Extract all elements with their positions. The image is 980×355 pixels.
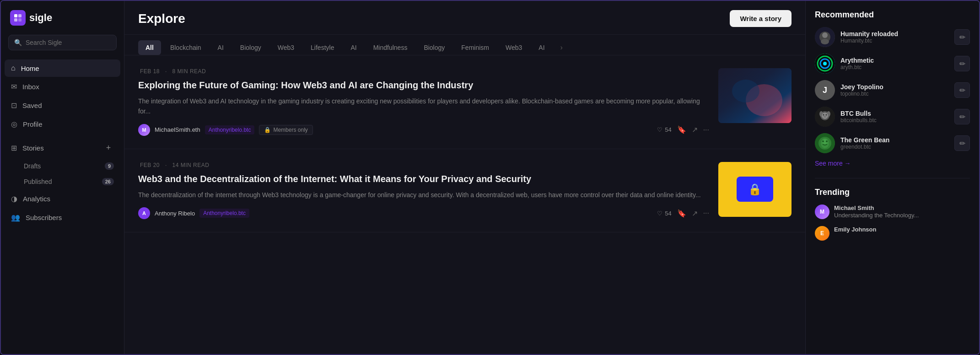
tab-ai-1[interactable]: AI <box>210 40 231 55</box>
like-count: 54 <box>665 126 671 133</box>
svg-rect-0 <box>14 14 17 17</box>
follow-button[interactable]: ✏ <box>954 29 970 45</box>
sidebar-item-saved[interactable]: ⊡ Saved <box>5 97 120 114</box>
share-icon[interactable]: ↗ <box>692 209 698 218</box>
article-actions: ♡ 54 🔖 ↗ ··· <box>657 125 709 134</box>
sidebar-item-subscribers[interactable]: 👥 Subscribers <box>5 209 120 226</box>
svg-point-27 <box>822 140 824 142</box>
author-name[interactable]: Anthony Ribelo <box>155 210 195 217</box>
sidebar-item-analytics[interactable]: ◑ Analytics <box>5 190 120 208</box>
svg-point-9 <box>822 32 828 38</box>
rec-name: Humanity reloaded <box>840 30 949 38</box>
search-input[interactable] <box>26 39 111 46</box>
page-title: Explore <box>138 11 185 26</box>
trending-article-title[interactable]: Understanding the Technology... <box>834 211 970 220</box>
rec-handle: aryth.btc <box>840 64 949 70</box>
follow-button[interactable]: ✏ <box>954 135 970 151</box>
article-meta: FEB 18 · 8 MIN READ <box>138 68 709 75</box>
article-footer: M MichaelSmith.eth Anthonyribelo.btc 🔒 M… <box>138 124 709 136</box>
phone-lock-icon: 🔒 <box>737 177 773 202</box>
follow-button[interactable]: ✏ <box>954 109 970 124</box>
tabs-chevron-icon[interactable]: › <box>558 41 565 54</box>
search-box[interactable]: 🔍 <box>8 35 117 50</box>
author-handle[interactable]: Anthonyribelo.btc <box>199 209 249 218</box>
recommended-item: Arythmetic aryth.btc ✏ <box>815 54 970 74</box>
more-options-icon[interactable]: ··· <box>703 126 709 134</box>
svg-point-21 <box>826 114 827 116</box>
divider <box>815 178 970 178</box>
sidebar-item-drafts[interactable]: Drafts 9 <box>17 159 120 173</box>
sidebar-item-published[interactable]: Published 26 <box>17 174 120 189</box>
article-card: FEB 20 · 14 MIN READ Web3 and the Decent… <box>124 149 805 232</box>
drafts-label: Drafts <box>24 162 101 170</box>
bookmark-icon[interactable]: 🔖 <box>677 125 686 134</box>
follow-button[interactable]: ✏ <box>954 56 970 71</box>
tab-blockchain[interactable]: Blockchain <box>163 40 209 55</box>
like-button[interactable]: ♡ 54 <box>657 126 671 133</box>
author-name[interactable]: MichaelSmith.eth <box>155 126 200 133</box>
recommended-item: J Joey Topolino topolino.btc ✏ <box>815 80 970 100</box>
article-footer: A Anthony Ribelo Anthonyribelo.btc ♡ 54 … <box>138 207 709 219</box>
home-icon: ⌂ <box>11 64 16 72</box>
tab-mindfulness[interactable]: Mindfulness <box>366 40 415 55</box>
subscribers-label: Subscribers <box>26 214 114 221</box>
like-button[interactable]: ♡ 54 <box>657 210 671 217</box>
tab-web3-1[interactable]: Web3 <box>270 40 302 55</box>
share-icon[interactable]: ↗ <box>692 125 698 134</box>
tab-all[interactable]: All <box>138 40 161 55</box>
heart-icon: ♡ <box>657 126 662 133</box>
rec-info: Arythmetic aryth.btc <box>840 57 949 70</box>
app-name: sigle <box>29 12 52 24</box>
tab-ai-3[interactable]: AI <box>531 40 552 55</box>
tab-feminism[interactable]: Feminism <box>454 40 496 55</box>
trending-text: Michael Smith Understanding the Technolo… <box>834 204 970 220</box>
saved-icon: ⊡ <box>11 101 17 110</box>
article-title[interactable]: Web3 and the Decentralization of the Int… <box>138 173 709 185</box>
article-date: FEB 20 <box>140 162 160 168</box>
recommended-item: BTC Bulls bitcoinbulls.btc ✏ <box>815 107 970 127</box>
trending-author: Michael Smith <box>834 204 970 211</box>
sidebar-item-stories[interactable]: ⊞ Stories + <box>5 138 120 158</box>
tab-web3-2[interactable]: Web3 <box>498 40 529 55</box>
rec-avatar <box>815 27 835 47</box>
write-story-button[interactable]: Write a story <box>730 10 792 27</box>
rec-avatar <box>815 107 835 127</box>
tab-biology-1[interactable]: Biology <box>233 40 269 55</box>
recommended-title: Recommended <box>815 10 970 20</box>
stories-icon: ⊞ <box>11 144 17 152</box>
published-badge: 26 <box>102 178 114 185</box>
trending-item: M Michael Smith Understanding the Techno… <box>815 204 970 220</box>
tabs-bar: All Blockchain AI Biology Web3 Lifestyle… <box>124 35 805 55</box>
more-options-icon[interactable]: ··· <box>703 209 709 217</box>
sidebar-item-profile[interactable]: ◎ Profile <box>5 115 120 133</box>
author-handle[interactable]: Anthonyribelo.btc <box>205 125 255 134</box>
rec-info: Humanity reloaded Humanity.btc <box>840 30 949 44</box>
see-more-link[interactable]: See more → <box>815 160 970 167</box>
rec-name: Arythmetic <box>840 57 949 64</box>
lock-icon: 🔒 <box>264 127 271 133</box>
follow-button[interactable]: ✏ <box>954 82 970 98</box>
sidebar-item-label: Inbox <box>22 83 114 91</box>
article-title[interactable]: Exploring the Future of Gaming: How Web3… <box>138 79 709 91</box>
svg-point-20 <box>823 114 824 116</box>
svg-point-22 <box>824 116 826 118</box>
article-dot: · <box>165 68 167 75</box>
bookmark-icon[interactable]: 🔖 <box>677 209 686 218</box>
tab-biology-2[interactable]: Biology <box>416 40 452 55</box>
rec-handle: bitcoinbulls.btc <box>840 117 949 124</box>
sidebar-item-label: Profile <box>23 120 114 128</box>
svg-point-28 <box>826 140 828 142</box>
add-story-button[interactable]: + <box>103 142 114 153</box>
rec-name: BTC Bulls <box>840 110 949 117</box>
author-avatar: M <box>138 124 150 136</box>
members-only-badge: 🔒 Members only <box>259 125 312 135</box>
svg-rect-1 <box>18 14 22 17</box>
analytics-icon: ◑ <box>11 194 17 203</box>
main-content: Explore Write a story All Blockchain AI … <box>124 1 805 355</box>
sidebar-item-inbox[interactable]: ✉ Inbox <box>5 78 120 96</box>
heart-icon: ♡ <box>657 210 662 217</box>
tab-ai-2[interactable]: AI <box>343 40 364 55</box>
tab-lifestyle[interactable]: Lifestyle <box>303 40 341 55</box>
sidebar: sigle 🔍 ⌂ Home ✉ Inbox ⊡ Saved ◎ Profile… <box>1 1 124 355</box>
sidebar-item-home[interactable]: ⌂ Home <box>5 59 120 77</box>
